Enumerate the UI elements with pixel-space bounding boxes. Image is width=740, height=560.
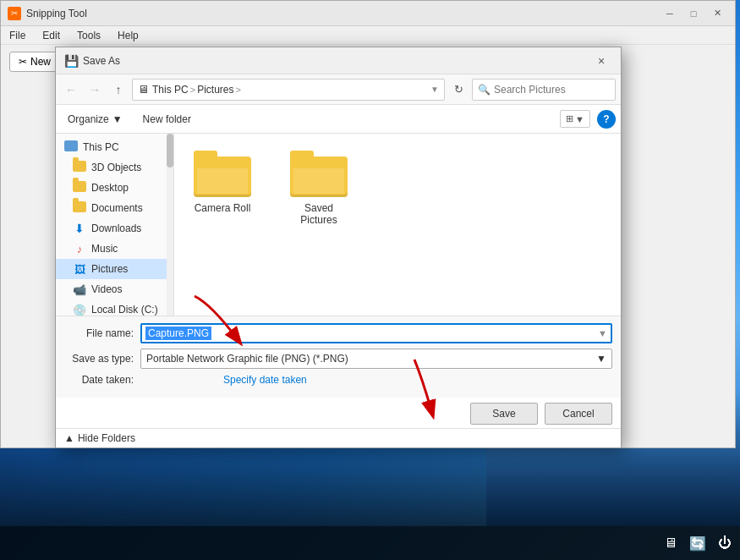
filetype-value: Portable Network Graphic file (PNG) (*.P… — [146, 353, 348, 365]
saved-pictures-label: Saved Pictures — [288, 202, 350, 226]
cancel-button[interactable]: Cancel — [545, 403, 612, 425]
sidebar: This PC 3D Objects Desktop Documents — [56, 134, 174, 316]
organize-button[interactable]: Organize ▼ — [61, 111, 129, 128]
sidebar-label-this-pc: This PC — [83, 141, 119, 153]
file-area: Camera Roll Saved Pictures — [174, 134, 621, 316]
toolbar-row: Organize ▼ New folder ⊞ ▼ ? — [56, 105, 621, 134]
datetaken-link[interactable]: Specify date taken — [223, 374, 307, 386]
scissors-icon: ✂ — [19, 56, 27, 68]
filename-row: File name: Capture.PNG ▼ — [64, 323, 612, 343]
sidebar-scrollbar[interactable] — [167, 134, 173, 316]
menu-file[interactable]: File — [6, 28, 29, 43]
folder-inner — [197, 168, 248, 194]
minimize-button[interactable]: ─ — [659, 5, 681, 22]
filetype-label: Save as type: — [64, 353, 140, 365]
new-folder-button[interactable]: New folder — [136, 111, 198, 128]
snipping-title-bar: ✂ Snipping Tool ─ □ ✕ — [1, 1, 735, 26]
snipping-win-controls: ─ □ ✕ — [659, 5, 728, 22]
content-area: This PC 3D Objects Desktop Documents — [56, 134, 621, 316]
path-pictures: Pictures — [197, 84, 233, 96]
address-path[interactable]: 🖥 This PC > Pictures > ▼ — [132, 79, 445, 101]
datetaken-label: Date taken: — [64, 374, 140, 386]
saved-pictures-folder-icon — [290, 151, 348, 197]
path-sep-1: > — [190, 85, 195, 95]
pc-path-icon: 🖥 — [138, 83, 149, 96]
folder-inner-2 — [293, 168, 344, 194]
new-snip-button[interactable]: ✂ New — [9, 52, 60, 72]
folder-saved-pictures[interactable]: Saved Pictures — [281, 144, 357, 233]
path-pictures-segment: Pictures — [197, 84, 233, 96]
filetype-row: Save as type: Portable Network Graphic f… — [64, 349, 612, 369]
save-button[interactable]: Save — [470, 403, 538, 425]
videos-icon: 📹 — [73, 283, 86, 296]
power-icon[interactable]: ⏻ — [718, 535, 732, 551]
menu-help[interactable]: Help — [114, 28, 142, 43]
filename-input[interactable]: Capture.PNG ▼ — [140, 323, 612, 343]
network-icon[interactable]: 🖥 — [664, 535, 677, 551]
sidebar-item-documents[interactable]: Documents — [56, 198, 173, 218]
desktop-folder-icon — [73, 181, 86, 195]
organize-label: Organize — [68, 113, 109, 125]
sidebar-scrollbar-thumb[interactable] — [167, 134, 173, 167]
view-chevron-icon: ▼ — [575, 114, 584, 124]
path-this-pc: This PC — [152, 84, 189, 96]
search-box[interactable]: 🔍 — [472, 79, 616, 101]
camera-roll-label: Camera Roll — [195, 202, 251, 214]
save-as-dialog: 💾 Save As × ← → ↑ 🖥 This PC > Pictures >… — [55, 47, 622, 448]
sidebar-item-local-disk[interactable]: 💿 Local Disk (C:) — [56, 299, 173, 316]
drive-icon: 💿 — [73, 303, 86, 316]
refresh-button[interactable]: ↻ — [448, 80, 469, 100]
path-dropdown-icon[interactable]: ▼ — [430, 85, 439, 94]
sidebar-label-music: Music — [91, 243, 118, 255]
dialog-bottom: File name: Capture.PNG ▼ Save as type: P… — [56, 316, 621, 398]
address-bar: ← → ↑ 🖥 This PC > Pictures > ▼ ↻ 🔍 — [56, 74, 621, 105]
folder-camera-roll[interactable]: Camera Roll — [184, 144, 260, 221]
folder-body — [194, 156, 251, 197]
volume-icon[interactable]: 🔄 — [689, 535, 706, 552]
dialog-title-bar: 💾 Save As × — [56, 47, 621, 74]
filetype-select[interactable]: Portable Network Graphic file (PNG) (*.P… — [140, 349, 612, 369]
filename-dropdown[interactable]: ▼ — [598, 328, 607, 338]
sidebar-item-music[interactable]: ♪ Music — [56, 239, 173, 259]
hide-folders-chevron-icon: ▲ — [64, 432, 74, 444]
menu-edit[interactable]: Edit — [39, 28, 63, 43]
maximize-button[interactable]: □ — [682, 5, 704, 22]
documents-folder-icon — [73, 201, 86, 215]
dialog-close-button[interactable]: × — [590, 52, 612, 70]
sidebar-item-3d-objects[interactable]: 3D Objects — [56, 157, 173, 178]
save-dialog-icon: 💾 — [64, 54, 78, 68]
forward-button[interactable]: → — [85, 80, 105, 100]
sidebar-label-videos: Videos — [91, 283, 122, 295]
menu-tools[interactable]: Tools — [74, 28, 104, 43]
snipping-tool-title: Snipping Tool — [26, 8, 654, 19]
view-icon: ⊞ — [566, 113, 573, 124]
snipping-menu-bar: File Edit Tools Help — [1, 26, 735, 45]
pictures-icon: 🖼 — [73, 262, 86, 276]
search-icon: 🔍 — [478, 84, 491, 96]
organize-chevron-icon: ▼ — [112, 113, 123, 125]
snipping-tool-icon: ✂ — [8, 7, 21, 20]
datetaken-row: Date taken: Specify date taken — [64, 374, 612, 386]
sidebar-item-this-pc[interactable]: This PC — [56, 137, 173, 157]
help-button[interactable]: ? — [597, 110, 616, 129]
search-input[interactable] — [494, 84, 621, 96]
up-button[interactable]: ↑ — [108, 80, 129, 100]
sidebar-label-documents: Documents — [91, 202, 143, 214]
hide-folders-row[interactable]: ▲ Hide Folders — [56, 428, 621, 447]
sidebar-item-pictures[interactable]: 🖼 Pictures — [56, 259, 173, 279]
sidebar-label-downloads: Downloads — [91, 222, 141, 234]
close-button[interactable]: ✕ — [706, 5, 728, 22]
sidebar-item-desktop[interactable]: Desktop — [56, 178, 173, 198]
downloads-icon: ⬇ — [73, 222, 86, 235]
back-button[interactable]: ← — [61, 80, 81, 100]
sidebar-label-local-disk: Local Disk (C:) — [91, 304, 158, 316]
dialog-title: Save As — [83, 55, 585, 67]
view-button[interactable]: ⊞ ▼ — [560, 110, 590, 128]
hide-folders-label: Hide Folders — [78, 432, 135, 444]
sidebar-item-downloads[interactable]: ⬇ Downloads — [56, 218, 173, 239]
sidebar-item-videos[interactable]: 📹 Videos — [56, 279, 173, 299]
dialog-buttons: Save Cancel — [56, 398, 621, 428]
taskbar: 🖥 🔄 ⏻ — [0, 526, 740, 560]
sidebar-label-desktop: Desktop — [91, 182, 129, 194]
filename-label: File name: — [64, 327, 140, 339]
